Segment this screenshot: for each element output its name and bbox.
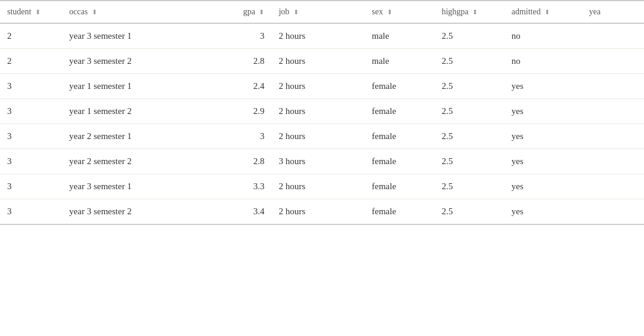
- sort-icon-highgpa[interactable]: ⬍: [472, 8, 478, 16]
- cell-year: [582, 199, 644, 225]
- cell-highgpa: 2.5: [435, 74, 504, 99]
- cell-job: 2 hours: [271, 99, 364, 124]
- cell-sex: female: [365, 199, 435, 225]
- cell-gpa: 2.8: [217, 149, 271, 174]
- cell-highgpa: 2.5: [435, 99, 504, 124]
- data-table: student ⬍ occas ⬍ gpa ⬍ job ⬍ sex ⬍: [0, 0, 644, 225]
- cell-student: 3: [0, 74, 62, 99]
- table-header-row: student ⬍ occas ⬍ gpa ⬍ job ⬍ sex ⬍: [0, 1, 644, 23]
- cell-sex: male: [365, 23, 435, 49]
- cell-job: 2 hours: [271, 23, 364, 49]
- cell-occas: year 3 semester 1: [62, 174, 217, 199]
- cell-gpa: 3: [217, 124, 271, 149]
- sort-icon-admitted[interactable]: ⬍: [544, 8, 550, 16]
- cell-student: 3: [0, 199, 62, 225]
- cell-sex: female: [365, 74, 435, 99]
- table-row: 3year 1 semester 12.42 hoursfemale2.5yes: [0, 74, 644, 99]
- cell-sex: female: [365, 149, 435, 174]
- sort-icon-occas[interactable]: ⬍: [92, 8, 97, 16]
- cell-job: 3 hours: [271, 149, 364, 174]
- cell-year: [582, 49, 644, 74]
- cell-highgpa: 2.5: [435, 23, 504, 49]
- col-header-admitted[interactable]: admitted ⬍: [504, 1, 582, 23]
- cell-occas: year 1 semester 2: [62, 99, 217, 124]
- sort-icon-gpa[interactable]: ⬍: [259, 8, 264, 16]
- cell-sex: female: [365, 99, 435, 124]
- cell-admitted: yes: [504, 124, 582, 149]
- table-row: 3year 3 semester 23.42 hoursfemale2.5yes: [0, 199, 644, 225]
- cell-year: [582, 149, 644, 174]
- cell-gpa: 3.3: [217, 174, 271, 199]
- cell-job: 2 hours: [271, 74, 364, 99]
- cell-admitted: yes: [504, 99, 582, 124]
- table-row: 3year 1 semester 22.92 hoursfemale2.5yes: [0, 99, 644, 124]
- cell-gpa: 3: [217, 23, 271, 49]
- cell-year: [582, 174, 644, 199]
- cell-year: [582, 23, 644, 49]
- table-container: student ⬍ occas ⬍ gpa ⬍ job ⬍ sex ⬍: [0, 0, 644, 225]
- cell-student: 3: [0, 149, 62, 174]
- cell-sex: female: [365, 174, 435, 199]
- cell-year: [582, 74, 644, 99]
- cell-student: 3: [0, 124, 62, 149]
- cell-highgpa: 2.5: [435, 49, 504, 74]
- col-header-sex[interactable]: sex ⬍: [365, 1, 435, 23]
- cell-gpa: 3.4: [217, 199, 271, 225]
- table-body: 2year 3 semester 132 hoursmale2.5no2year…: [0, 23, 644, 224]
- col-header-job[interactable]: job ⬍: [271, 1, 364, 23]
- sort-icon-job[interactable]: ⬍: [293, 8, 299, 16]
- cell-occas: year 1 semester 1: [62, 74, 217, 99]
- table-row: 3year 3 semester 13.32 hoursfemale2.5yes: [0, 174, 644, 199]
- cell-sex: male: [365, 49, 435, 74]
- cell-sex: female: [365, 124, 435, 149]
- cell-job: 2 hours: [271, 174, 364, 199]
- cell-student: 3: [0, 174, 62, 199]
- cell-highgpa: 2.5: [435, 174, 504, 199]
- sort-icon-student[interactable]: ⬍: [35, 8, 41, 16]
- col-header-student[interactable]: student ⬍: [0, 1, 62, 23]
- cell-job: 2 hours: [271, 49, 364, 74]
- cell-student: 2: [0, 23, 62, 49]
- cell-admitted: no: [504, 23, 582, 49]
- cell-admitted: no: [504, 49, 582, 74]
- table-row: 2year 3 semester 22.82 hoursmale2.5no: [0, 49, 644, 74]
- cell-admitted: yes: [504, 174, 582, 199]
- cell-highgpa: 2.5: [435, 149, 504, 174]
- cell-student: 3: [0, 99, 62, 124]
- cell-occas: year 3 semester 2: [62, 199, 217, 225]
- col-header-occas[interactable]: occas ⬍: [62, 1, 217, 23]
- cell-year: [582, 99, 644, 124]
- table-row: 2year 3 semester 132 hoursmale2.5no: [0, 23, 644, 49]
- col-header-highgpa[interactable]: highgpa ⬍: [435, 1, 504, 23]
- col-header-gpa[interactable]: gpa ⬍: [217, 1, 271, 23]
- cell-student: 2: [0, 49, 62, 74]
- cell-year: [582, 124, 644, 149]
- cell-gpa: 2.8: [217, 49, 271, 74]
- cell-job: 2 hours: [271, 124, 364, 149]
- cell-admitted: yes: [504, 149, 582, 174]
- cell-occas: year 2 semester 2: [62, 149, 217, 174]
- cell-highgpa: 2.5: [435, 199, 504, 225]
- col-header-year[interactable]: yea: [582, 1, 644, 23]
- sort-icon-sex[interactable]: ⬍: [387, 8, 392, 16]
- cell-highgpa: 2.5: [435, 124, 504, 149]
- cell-admitted: yes: [504, 74, 582, 99]
- table-row: 3year 2 semester 132 hoursfemale2.5yes: [0, 124, 644, 149]
- table-row: 3year 2 semester 22.83 hoursfemale2.5yes: [0, 149, 644, 174]
- cell-gpa: 2.9: [217, 99, 271, 124]
- cell-occas: year 3 semester 2: [62, 49, 217, 74]
- cell-occas: year 2 semester 1: [62, 124, 217, 149]
- cell-gpa: 2.4: [217, 74, 271, 99]
- cell-job: 2 hours: [271, 199, 364, 225]
- cell-admitted: yes: [504, 199, 582, 225]
- cell-occas: year 3 semester 1: [62, 23, 217, 49]
